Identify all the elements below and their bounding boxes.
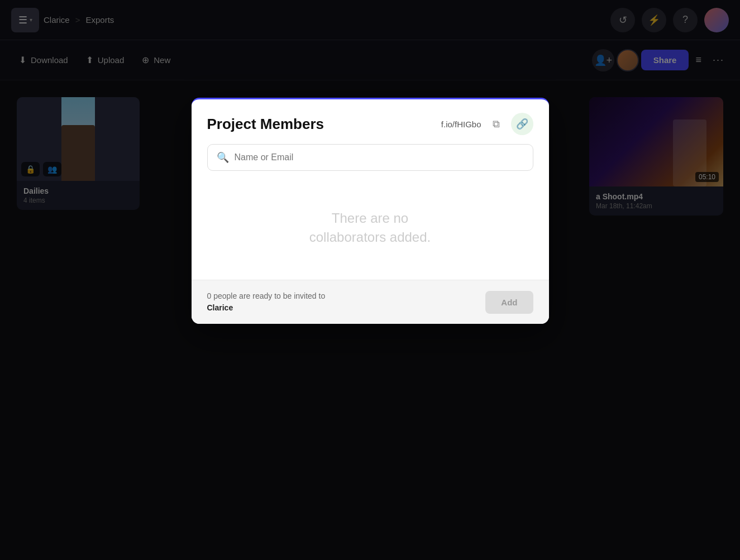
copy-icon: ⧉: [493, 118, 500, 130]
project-members-modal: Project Members f.io/fHIGbo ⧉ 🔗 🔍 There …: [192, 98, 549, 324]
empty-state-text: There are nocollaborators added.: [309, 209, 431, 246]
copy-link-button[interactable]: ⧉: [490, 116, 502, 132]
modal-link-text: f.io/fHIGbo: [441, 119, 481, 129]
footer-project-name: Clarice: [207, 303, 233, 312]
empty-state: There are nocollaborators added.: [192, 175, 549, 280]
link-icon: 🔗: [516, 118, 528, 130]
link-icon-button[interactable]: 🔗: [511, 113, 533, 135]
invite-count-text: 0 people are ready to be invited to: [207, 291, 326, 300]
search-input[interactable]: [235, 152, 524, 162]
modal-title: Project Members: [207, 116, 432, 133]
search-icon: 🔍: [217, 151, 229, 164]
footer-text: 0 people are ready to be invited to Clar…: [207, 290, 326, 314]
search-container: 🔍: [207, 144, 533, 171]
add-label: Add: [501, 298, 517, 307]
modal-header: Project Members f.io/fHIGbo ⧉ 🔗: [192, 99, 549, 144]
modal-overlay[interactable]: Project Members f.io/fHIGbo ⧉ 🔗 🔍 There …: [0, 0, 740, 560]
add-button[interactable]: Add: [485, 291, 533, 314]
modal-footer: 0 people are ready to be invited to Clar…: [192, 280, 549, 324]
